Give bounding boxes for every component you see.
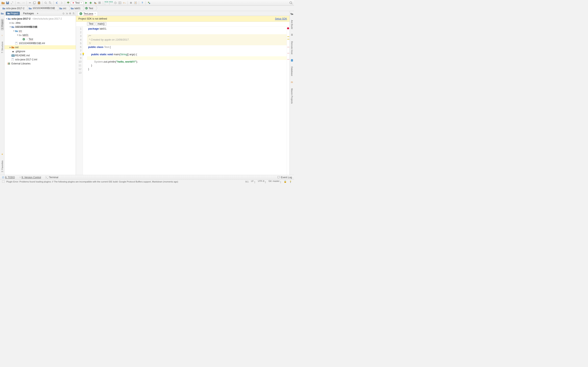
svg-rect-22	[135, 2, 136, 3]
copy-icon[interactable]	[33, 1, 36, 5]
hide-icon[interactable]: ⥹	[72, 12, 75, 15]
breadcrumb-src[interactable]: src	[58, 6, 69, 11]
event-log-icon	[277, 176, 280, 178]
editor-breadcrumbs: Testmain()	[76, 22, 290, 26]
search-everywhere-icon[interactable]	[289, 1, 293, 5]
tab-maven[interactable]: Maven Projects	[291, 87, 293, 105]
sync-icon[interactable]	[10, 1, 14, 5]
coverage-icon[interactable]	[93, 1, 97, 5]
tab-event-log[interactable]: Event Log	[277, 176, 292, 179]
breadcrumb-module[interactable]: 10210240089陈功锁	[27, 6, 58, 11]
file-encoding[interactable]: UTF-8▲▼	[258, 180, 266, 184]
breadcrumb-class[interactable]: CTest	[83, 6, 96, 11]
help-icon[interactable]: ?	[140, 1, 144, 5]
tree-iml2[interactable]: sctu-java-2017-2.iml	[4, 58, 76, 62]
jrebel-icon[interactable]	[147, 1, 151, 5]
tree-iml1[interactable]: 10210240089陈功锁.iml	[4, 41, 76, 45]
error-mark[interactable]	[287, 53, 289, 53]
code-editor[interactable]: 12345678910111213 💡 package lab01; /** *…	[76, 26, 290, 175]
code-content[interactable]: package lab01; /** * Created by apple on…	[87, 26, 287, 175]
close-icon[interactable]: ✕	[94, 12, 96, 15]
warning-mark[interactable]	[287, 36, 289, 37]
error-mark[interactable]	[287, 59, 289, 59]
svg-rect-38	[291, 34, 293, 35]
tree-external-libs[interactable]: External Libraries	[4, 62, 76, 66]
tree-gitignore[interactable]: ◆.gitignore	[4, 49, 76, 53]
tab-terminal[interactable]: >_Terminal	[45, 176, 58, 179]
find-icon[interactable]	[44, 1, 48, 5]
scroll-to-icon[interactable]: ⊙	[62, 12, 65, 15]
inspector-icon[interactable]	[289, 180, 292, 183]
error-stripe[interactable]	[287, 26, 290, 175]
folder-icon	[29, 7, 32, 10]
project-view-tab[interactable]: Project	[6, 12, 20, 15]
cut-icon[interactable]: ✂	[28, 1, 32, 5]
file-tab-test[interactable]: C Test.java ✕	[78, 11, 98, 16]
right-tool-stripe: 🐜 Ant Build Remote Host Database m Maven…	[290, 11, 294, 175]
status-bar: Plugin Error: Problems found loading plu…	[0, 179, 294, 184]
breadcrumb-package[interactable]: lab01	[69, 6, 83, 11]
tab-structure[interactable]: 7: Structure	[1, 41, 3, 54]
svg-text:C: C	[23, 38, 25, 40]
build-icon[interactable]	[66, 1, 70, 5]
error-indicator-icon[interactable]	[287, 27, 289, 29]
sdk-icon[interactable]	[134, 1, 138, 5]
debug-icon[interactable]	[89, 1, 93, 5]
tree-idea[interactable]: ▶.idea	[4, 21, 76, 25]
stop-icon[interactable]	[98, 1, 102, 5]
tree-root[interactable]: ▼sctu-java-2017-2~/dev/sctu/sctu-java-20…	[4, 17, 76, 21]
crumb-method[interactable]: main()	[96, 22, 106, 26]
replace-icon[interactable]	[48, 1, 52, 5]
run-icon[interactable]	[84, 1, 88, 5]
collapse-icon[interactable]: ⇲	[66, 12, 68, 15]
undo-icon[interactable]	[17, 1, 21, 5]
line-separator[interactable]: LF▲▼	[251, 180, 255, 184]
back-icon[interactable]	[55, 1, 59, 5]
svg-point-8	[49, 2, 51, 3]
tree-module[interactable]: ▼10210240089陈功锁	[4, 25, 76, 29]
settings-icon[interactable]: ⚙	[129, 1, 133, 5]
caret-position[interactable]: 9:1	[245, 180, 249, 183]
tree-test-class[interactable]: C⑂Test	[4, 37, 76, 41]
vcs-update-icon[interactable]: VCS↓	[104, 1, 108, 5]
breadcrumb-project[interactable]: sctu-java-2017-2	[1, 6, 27, 11]
packages-view-tab[interactable]: Packages	[21, 12, 35, 15]
git-branch[interactable]: Git: master▲▼	[268, 180, 281, 184]
run-config-label: Test	[75, 1, 80, 4]
tree-out[interactable]: ▶out	[4, 45, 76, 49]
warning-mark[interactable]	[287, 39, 289, 40]
crumb-class[interactable]: Test	[87, 22, 95, 26]
run-config-selector[interactable]: ✕ Test ▼	[71, 1, 84, 5]
tab-todo[interactable]: ☑6: TODO	[2, 176, 15, 179]
tree-readme[interactable]: MDREADME.md	[4, 53, 76, 58]
forward-icon[interactable]	[60, 1, 63, 5]
redo-icon[interactable]	[21, 1, 25, 5]
terminal-icon: >_	[45, 176, 48, 178]
tab-favorites[interactable]: 2: Favorites	[1, 160, 3, 173]
tree-src[interactable]: ▼src	[4, 29, 76, 33]
svg-text:C: C	[86, 7, 87, 9]
revert-icon[interactable]	[122, 1, 126, 5]
project-tree[interactable]: ▼sctu-java-2017-2~/dev/sctu/sctu-java-20…	[4, 16, 76, 175]
tree-lab01[interactable]: ▼lab01	[4, 33, 76, 37]
lock-icon[interactable]: 🔓	[284, 180, 287, 183]
gear-icon[interactable]: ⚙	[69, 12, 71, 15]
tab-database[interactable]: Database	[291, 66, 293, 77]
tab-ant[interactable]: Ant Build	[291, 19, 293, 30]
separator	[26, 1, 27, 5]
tab-project[interactable]: 1: Project	[1, 19, 4, 30]
history-icon[interactable]	[113, 1, 117, 5]
save-icon[interactable]	[6, 1, 9, 5]
open-icon[interactable]	[1, 1, 5, 5]
chevron-right-icon[interactable]: ▶	[37, 12, 38, 14]
error-mark[interactable]	[287, 47, 289, 47]
lightbulb-icon[interactable]: 💡	[82, 53, 85, 55]
tab-remote-host[interactable]: Remote Host	[291, 40, 293, 55]
tab-version-control[interactable]: ⑂9: Version Control	[19, 176, 41, 179]
diff-icon[interactable]	[118, 1, 122, 5]
paste-icon[interactable]	[37, 1, 41, 5]
setup-sdk-link[interactable]: Setup SDK	[275, 17, 287, 20]
status-rect-icon[interactable]	[2, 180, 5, 183]
vcs-commit-icon[interactable]: VCS↑	[109, 1, 113, 5]
svg-rect-3	[34, 2, 35, 4]
